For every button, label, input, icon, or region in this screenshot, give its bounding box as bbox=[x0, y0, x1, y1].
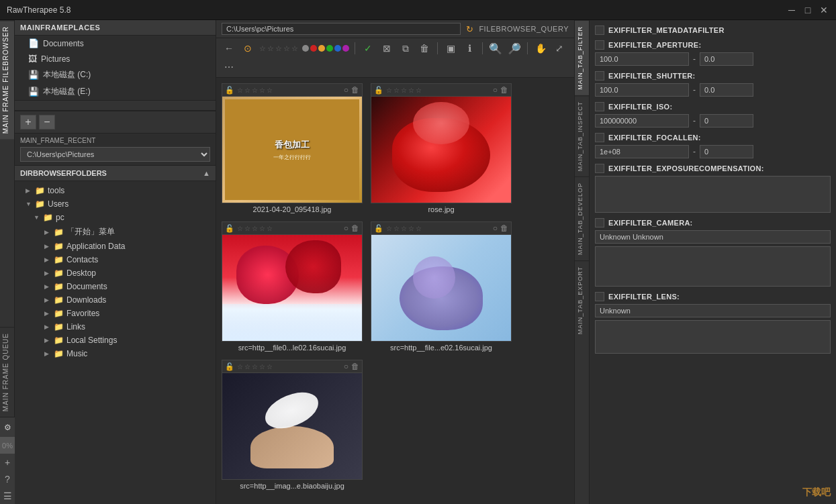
thumb-4-circle[interactable]: ○ bbox=[493, 223, 498, 233]
check-icon[interactable]: ✓ bbox=[361, 41, 375, 56]
thumb-3[interactable]: 🔓 ☆ ☆ ☆ ☆ ☆ ○ 🗑 bbox=[222, 221, 363, 352]
star-1[interactable]: ☆ bbox=[259, 44, 266, 53]
dirbrowser-tree[interactable]: ▶ 📁 tools ▼ 📁 Users ▼ 📁 pc bbox=[15, 181, 216, 504]
aperture-min[interactable] bbox=[595, 52, 689, 66]
settings-icon[interactable]: ⚙ bbox=[0, 417, 15, 437]
s3[interactable]: ☆ bbox=[401, 225, 407, 232]
lens-value-input[interactable] bbox=[595, 304, 831, 317]
s1[interactable]: ☆ bbox=[386, 225, 392, 232]
aperture-max[interactable] bbox=[700, 52, 753, 66]
s1[interactable]: ☆ bbox=[237, 363, 243, 370]
close-button[interactable]: ✕ bbox=[819, 5, 829, 15]
thumb-5-trash[interactable]: 🗑 bbox=[351, 362, 359, 371]
tree-item-documents[interactable]: ▶ 📁 Documents bbox=[15, 280, 216, 293]
s4[interactable]: ☆ bbox=[259, 363, 265, 370]
tab-inspect[interactable]: MAIN_TAB_INSPECT bbox=[575, 95, 589, 177]
info-icon[interactable]: ℹ bbox=[462, 41, 477, 56]
copy-icon[interactable]: ⧉ bbox=[398, 41, 413, 56]
s3[interactable]: ☆ bbox=[401, 87, 407, 94]
s1[interactable]: ☆ bbox=[237, 225, 243, 232]
star-2[interactable]: ☆ bbox=[267, 44, 274, 53]
s1[interactable]: ☆ bbox=[386, 87, 392, 94]
s2[interactable]: ☆ bbox=[244, 225, 250, 232]
s4[interactable]: ☆ bbox=[408, 87, 414, 94]
thumb-4-img[interactable] bbox=[371, 234, 512, 342]
s4[interactable]: ☆ bbox=[259, 225, 265, 232]
color-none[interactable] bbox=[302, 45, 309, 52]
thumb-5[interactable]: 🔓 ☆ ☆ ☆ ☆ ☆ ○ 🗑 bbox=[222, 360, 363, 490]
color-blue[interactable] bbox=[334, 45, 341, 52]
exposure-checkbox[interactable] bbox=[595, 164, 604, 173]
focallen-max[interactable] bbox=[700, 145, 753, 158]
thumb-1[interactable]: 🔓 ☆ ☆ ☆ ☆ ☆ ○ 🗑 bbox=[222, 83, 363, 213]
queue-add-button[interactable]: + bbox=[20, 115, 36, 130]
dirbrowser-collapse-icon[interactable]: ▲ bbox=[203, 169, 210, 177]
refresh-icon[interactable]: ↻ bbox=[466, 24, 473, 34]
camera-textarea[interactable] bbox=[595, 246, 831, 287]
back-button[interactable]: ← bbox=[222, 41, 236, 56]
shutter-min[interactable] bbox=[595, 83, 689, 97]
thumb-3-trash[interactable]: 🗑 bbox=[351, 223, 359, 233]
thumb-1-trash[interactable]: 🗑 bbox=[351, 85, 359, 95]
s4[interactable]: ☆ bbox=[408, 225, 414, 232]
tab-filebrowser[interactable]: MAIN FRAME FILEBROWSER bbox=[0, 20, 14, 139]
thumb-4-trash[interactable]: 🗑 bbox=[500, 223, 508, 233]
prefs-icon[interactable]: ☰ bbox=[0, 487, 15, 504]
thumb-1-circle[interactable]: ○ bbox=[344, 85, 349, 95]
camera-value-input[interactable] bbox=[595, 230, 831, 244]
s4[interactable]: ☆ bbox=[259, 87, 265, 94]
add-to-queue-icon[interactable]: + bbox=[0, 454, 15, 470]
shutter-max[interactable] bbox=[700, 83, 753, 97]
star-4[interactable]: ☆ bbox=[283, 44, 290, 53]
places-resize-handle[interactable] bbox=[15, 100, 216, 111]
focallen-min[interactable] bbox=[595, 145, 689, 158]
tree-item-music[interactable]: ▶ 📁 Music bbox=[15, 347, 216, 360]
s2[interactable]: ☆ bbox=[244, 87, 250, 94]
tab-develop[interactable]: MAIN_TAB_DEVELOP bbox=[575, 177, 589, 260]
help-icon[interactable]: ? bbox=[0, 470, 15, 487]
thumb-2-img[interactable] bbox=[371, 96, 512, 203]
s3[interactable]: ☆ bbox=[252, 87, 258, 94]
tree-item-desktop[interactable]: ▶ 📁 Desktop bbox=[15, 266, 216, 280]
thumb-1-img[interactable]: 香包加工 一年之行行行行 bbox=[222, 96, 363, 203]
lens-checkbox[interactable] bbox=[595, 292, 604, 301]
s5[interactable]: ☆ bbox=[267, 87, 273, 94]
crop-icon[interactable]: ⤢ bbox=[552, 41, 567, 56]
thumb-3-img[interactable] bbox=[222, 234, 363, 342]
tree-item-downloads[interactable]: ▶ 📁 Downloads bbox=[15, 293, 216, 307]
s5[interactable]: ☆ bbox=[416, 225, 422, 232]
path-input[interactable]: C:\Users\pc\Pictures bbox=[222, 23, 461, 35]
thumb-4[interactable]: 🔓 ☆ ☆ ☆ ☆ ☆ ○ 🗑 bbox=[371, 221, 512, 352]
queue-remove-button[interactable]: − bbox=[39, 115, 55, 130]
thumb-2[interactable]: 🔓 ☆ ☆ ☆ ☆ ☆ ○ 🗑 bbox=[371, 83, 512, 213]
minimize-button[interactable]: ─ bbox=[786, 5, 797, 15]
thumb-5-img[interactable] bbox=[222, 372, 363, 480]
tree-item-contacts[interactable]: ▶ 📁 Contacts bbox=[15, 253, 216, 266]
color-yellow[interactable] bbox=[318, 45, 325, 52]
tree-item-pc[interactable]: ▼ 📁 pc bbox=[15, 211, 216, 224]
zoom-out-icon[interactable]: 🔍 bbox=[488, 41, 503, 56]
s5[interactable]: ☆ bbox=[267, 225, 273, 232]
sidebar-item-drive-e[interactable]: 💾 本地磁盘 (E:) bbox=[15, 83, 216, 100]
color-purple[interactable] bbox=[342, 45, 349, 52]
tree-item-startmenu[interactable]: ▶ 📁 「开始」菜单 bbox=[15, 224, 216, 240]
tab-queue[interactable]: MAIN FRAME QUEUE bbox=[0, 327, 14, 417]
trash-icon[interactable]: 🗑 bbox=[417, 41, 432, 56]
s2[interactable]: ☆ bbox=[244, 363, 250, 370]
window-controls[interactable]: ─ □ ✕ bbox=[786, 5, 829, 15]
thumb-2-circle[interactable]: ○ bbox=[493, 85, 498, 95]
color-green[interactable] bbox=[326, 45, 333, 52]
camera-checkbox[interactable] bbox=[595, 218, 604, 228]
star-3[interactable]: ☆ bbox=[275, 44, 282, 53]
tree-item-tools[interactable]: ▶ 📁 tools bbox=[15, 184, 216, 197]
star-5[interactable]: ☆ bbox=[291, 44, 298, 53]
filter-button[interactable]: ⊙ bbox=[240, 41, 255, 56]
tree-item-appdata[interactable]: ▶ 📁 Application Data bbox=[15, 240, 216, 253]
shutter-checkbox[interactable] bbox=[595, 71, 604, 81]
iso-checkbox[interactable] bbox=[595, 102, 604, 111]
select-all-icon[interactable]: ⊠ bbox=[379, 41, 394, 56]
s1[interactable]: ☆ bbox=[237, 87, 243, 94]
sidebar-item-documents[interactable]: 📄 Documents bbox=[15, 36, 216, 51]
tab-filter[interactable]: MAIN_TAB_FILTER bbox=[575, 20, 589, 95]
s5[interactable]: ☆ bbox=[416, 87, 422, 94]
